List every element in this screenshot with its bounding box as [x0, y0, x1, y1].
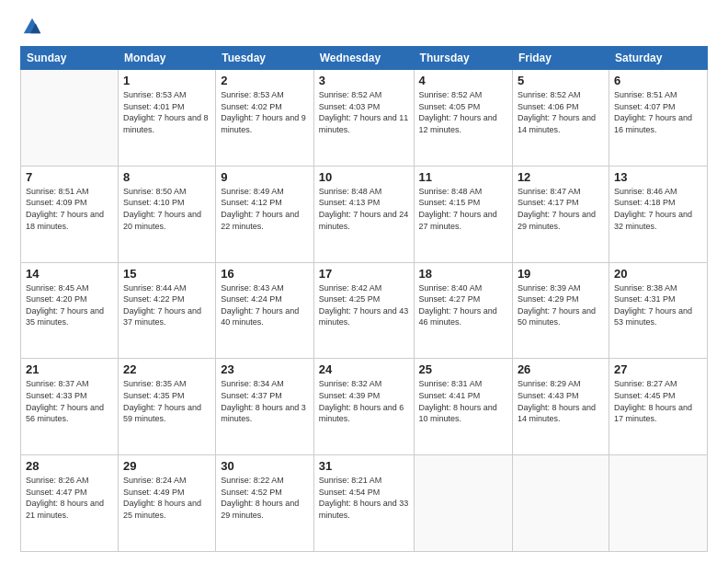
day-detail: Sunrise: 8:31 AMSunset: 4:41 PMDaylight:…	[419, 378, 507, 424]
day-detail: Sunrise: 8:51 AMSunset: 4:09 PMDaylight:…	[26, 186, 113, 232]
day-cell	[21, 70, 119, 167]
week-row-3: 14 Sunrise: 8:45 AMSunset: 4:20 PMDaylig…	[21, 262, 708, 359]
day-detail: Sunrise: 8:52 AMSunset: 4:06 PMDaylight:…	[518, 89, 604, 135]
day-detail: Sunrise: 8:24 AMSunset: 4:49 PMDaylight:…	[123, 475, 210, 521]
day-number: 24	[319, 362, 409, 376]
logo-icon	[22, 17, 42, 37]
day-detail: Sunrise: 8:21 AMSunset: 4:54 PMDaylight:…	[319, 475, 409, 521]
day-cell: 30 Sunrise: 8:22 AMSunset: 4:52 PMDaylig…	[216, 455, 314, 552]
day-detail: Sunrise: 8:34 AMSunset: 4:37 PMDaylight:…	[221, 378, 309, 424]
day-number: 31	[319, 459, 409, 473]
day-number: 11	[419, 170, 507, 184]
day-cell: 29 Sunrise: 8:24 AMSunset: 4:49 PMDaylig…	[118, 455, 215, 552]
day-detail: Sunrise: 8:32 AMSunset: 4:39 PMDaylight:…	[319, 378, 409, 424]
header	[20, 17, 708, 37]
day-cell: 5 Sunrise: 8:52 AMSunset: 4:06 PMDayligh…	[512, 70, 609, 167]
day-detail: Sunrise: 8:49 AMSunset: 4:12 PMDaylight:…	[221, 186, 309, 232]
header-thursday: Thursday	[414, 47, 512, 70]
day-number: 29	[123, 459, 210, 473]
calendar-table: SundayMondayTuesdayWednesdayThursdayFrid…	[20, 46, 708, 552]
day-number: 3	[319, 74, 409, 87]
day-detail: Sunrise: 8:27 AMSunset: 4:45 PMDaylight:…	[614, 378, 702, 424]
logo	[20, 17, 42, 37]
day-detail: Sunrise: 8:40 AMSunset: 4:27 PMDaylight:…	[419, 282, 507, 328]
day-detail: Sunrise: 8:42 AMSunset: 4:25 PMDaylight:…	[319, 282, 409, 328]
day-detail: Sunrise: 8:48 AMSunset: 4:13 PMDaylight:…	[319, 186, 409, 232]
day-number: 22	[123, 362, 210, 376]
day-detail: Sunrise: 8:50 AMSunset: 4:10 PMDaylight:…	[123, 186, 210, 232]
day-detail: Sunrise: 8:43 AMSunset: 4:24 PMDaylight:…	[221, 282, 309, 328]
day-cell: 24 Sunrise: 8:32 AMSunset: 4:39 PMDaylig…	[313, 359, 414, 455]
day-cell: 28 Sunrise: 8:26 AMSunset: 4:47 PMDaylig…	[21, 455, 119, 552]
page: SundayMondayTuesdayWednesdayThursdayFrid…	[0, 0, 728, 563]
week-row-1: 1 Sunrise: 8:53 AMSunset: 4:01 PMDayligh…	[21, 70, 708, 167]
day-number: 20	[614, 267, 702, 281]
day-number: 5	[518, 74, 604, 87]
day-number: 21	[26, 362, 113, 376]
header-tuesday: Tuesday	[216, 47, 314, 70]
day-number: 12	[518, 170, 604, 184]
day-detail: Sunrise: 8:37 AMSunset: 4:33 PMDaylight:…	[26, 378, 113, 424]
day-cell: 2 Sunrise: 8:53 AMSunset: 4:02 PMDayligh…	[216, 70, 314, 167]
day-cell	[609, 455, 707, 552]
day-number: 19	[518, 267, 604, 281]
day-cell: 27 Sunrise: 8:27 AMSunset: 4:45 PMDaylig…	[609, 359, 707, 455]
day-cell: 26 Sunrise: 8:29 AMSunset: 4:43 PMDaylig…	[512, 359, 609, 455]
day-detail: Sunrise: 8:53 AMSunset: 4:01 PMDaylight:…	[123, 89, 210, 135]
day-number: 30	[221, 459, 309, 473]
day-cell: 14 Sunrise: 8:45 AMSunset: 4:20 PMDaylig…	[21, 262, 119, 359]
day-detail: Sunrise: 8:52 AMSunset: 4:05 PMDaylight:…	[419, 89, 507, 135]
day-cell: 10 Sunrise: 8:48 AMSunset: 4:13 PMDaylig…	[313, 166, 414, 262]
day-detail: Sunrise: 8:39 AMSunset: 4:29 PMDaylight:…	[518, 282, 604, 328]
week-row-4: 21 Sunrise: 8:37 AMSunset: 4:33 PMDaylig…	[21, 359, 708, 455]
day-cell: 3 Sunrise: 8:52 AMSunset: 4:03 PMDayligh…	[313, 70, 414, 167]
day-detail: Sunrise: 8:52 AMSunset: 4:03 PMDaylight:…	[319, 89, 409, 135]
day-cell: 18 Sunrise: 8:40 AMSunset: 4:27 PMDaylig…	[414, 262, 512, 359]
header-wednesday: Wednesday	[313, 47, 414, 70]
day-cell: 6 Sunrise: 8:51 AMSunset: 4:07 PMDayligh…	[609, 70, 707, 167]
day-number: 25	[419, 362, 507, 376]
day-number: 15	[123, 267, 210, 281]
day-number: 16	[221, 267, 309, 281]
day-cell: 11 Sunrise: 8:48 AMSunset: 4:15 PMDaylig…	[414, 166, 512, 262]
day-number: 23	[221, 362, 309, 376]
day-detail: Sunrise: 8:47 AMSunset: 4:17 PMDaylight:…	[518, 186, 604, 232]
day-number: 18	[419, 267, 507, 281]
day-cell: 4 Sunrise: 8:52 AMSunset: 4:05 PMDayligh…	[414, 70, 512, 167]
day-cell: 19 Sunrise: 8:39 AMSunset: 4:29 PMDaylig…	[512, 262, 609, 359]
day-detail: Sunrise: 8:46 AMSunset: 4:18 PMDaylight:…	[614, 186, 702, 232]
day-number: 7	[26, 170, 113, 184]
day-cell: 20 Sunrise: 8:38 AMSunset: 4:31 PMDaylig…	[609, 262, 707, 359]
week-row-5: 28 Sunrise: 8:26 AMSunset: 4:47 PMDaylig…	[21, 455, 708, 552]
day-detail: Sunrise: 8:53 AMSunset: 4:02 PMDaylight:…	[221, 89, 309, 135]
day-detail: Sunrise: 8:26 AMSunset: 4:47 PMDaylight:…	[26, 475, 113, 521]
day-number: 28	[26, 459, 113, 473]
day-number: 26	[518, 362, 604, 376]
day-number: 13	[614, 170, 702, 184]
day-detail: Sunrise: 8:44 AMSunset: 4:22 PMDaylight:…	[123, 282, 210, 328]
day-cell: 21 Sunrise: 8:37 AMSunset: 4:33 PMDaylig…	[21, 359, 119, 455]
day-number: 4	[419, 74, 507, 87]
day-number: 2	[221, 74, 309, 87]
day-cell: 17 Sunrise: 8:42 AMSunset: 4:25 PMDaylig…	[313, 262, 414, 359]
day-cell: 31 Sunrise: 8:21 AMSunset: 4:54 PMDaylig…	[313, 455, 414, 552]
day-cell: 16 Sunrise: 8:43 AMSunset: 4:24 PMDaylig…	[216, 262, 314, 359]
day-number: 6	[614, 74, 702, 87]
day-cell: 13 Sunrise: 8:46 AMSunset: 4:18 PMDaylig…	[609, 166, 707, 262]
day-cell	[414, 455, 512, 552]
day-cell: 8 Sunrise: 8:50 AMSunset: 4:10 PMDayligh…	[118, 166, 215, 262]
day-detail: Sunrise: 8:22 AMSunset: 4:52 PMDaylight:…	[221, 475, 309, 521]
day-detail: Sunrise: 8:29 AMSunset: 4:43 PMDaylight:…	[518, 378, 604, 424]
header-saturday: Saturday	[609, 47, 707, 70]
day-cell: 22 Sunrise: 8:35 AMSunset: 4:35 PMDaylig…	[118, 359, 215, 455]
day-cell: 1 Sunrise: 8:53 AMSunset: 4:01 PMDayligh…	[118, 70, 215, 167]
day-detail: Sunrise: 8:45 AMSunset: 4:20 PMDaylight:…	[26, 282, 113, 328]
day-cell	[512, 455, 609, 552]
week-row-2: 7 Sunrise: 8:51 AMSunset: 4:09 PMDayligh…	[21, 166, 708, 262]
day-detail: Sunrise: 8:48 AMSunset: 4:15 PMDaylight:…	[419, 186, 507, 232]
header-friday: Friday	[512, 47, 609, 70]
header-monday: Monday	[118, 47, 215, 70]
day-number: 17	[319, 267, 409, 281]
day-number: 27	[614, 362, 702, 376]
day-cell: 25 Sunrise: 8:31 AMSunset: 4:41 PMDaylig…	[414, 359, 512, 455]
